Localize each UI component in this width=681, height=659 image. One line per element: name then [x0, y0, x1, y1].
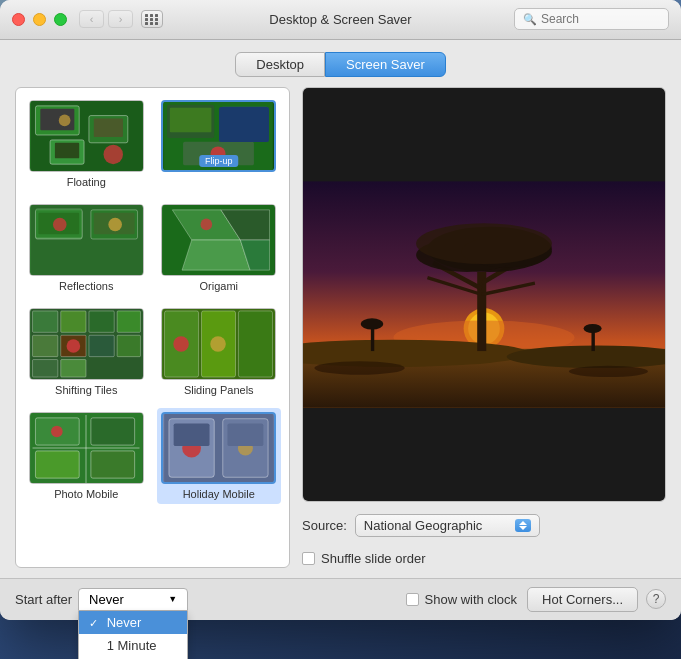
- list-item[interactable]: Photo Mobile: [24, 408, 149, 504]
- shuffle-checkbox[interactable]: [302, 552, 315, 565]
- screensaver-label-photo: Photo Mobile: [54, 488, 118, 500]
- screensaver-thumb-reflections: [29, 204, 144, 276]
- svg-rect-81: [591, 330, 594, 350]
- svg-rect-40: [60, 359, 85, 377]
- tab-desktop[interactable]: Desktop: [235, 52, 325, 77]
- svg-point-46: [174, 336, 190, 352]
- svg-rect-54: [91, 450, 135, 477]
- svg-rect-37: [89, 335, 114, 356]
- svg-rect-12: [221, 106, 268, 139]
- list-item[interactable]: Holiday Mobile: [157, 408, 282, 504]
- main-window: ‹ › Desktop & Screen Saver 🔍 Desktop Scr…: [0, 0, 681, 620]
- svg-rect-35: [32, 335, 57, 356]
- screensaver-thumb-shifting: [29, 308, 144, 380]
- minimize-button[interactable]: [33, 13, 46, 26]
- source-select-value: National Geographic: [364, 518, 483, 533]
- search-box[interactable]: 🔍: [514, 8, 669, 30]
- screensaver-grid: Floating Flip-up: [16, 88, 289, 567]
- svg-rect-38: [117, 335, 140, 356]
- screensaver-label-sliding: Sliding Panels: [184, 384, 254, 396]
- dropdown-option-label: Never: [107, 615, 142, 630]
- svg-marker-27: [182, 240, 250, 270]
- svg-rect-52: [91, 417, 135, 444]
- show-clock-row: Show with clock: [406, 592, 517, 607]
- list-item[interactable]: Shifting Tiles: [24, 304, 149, 400]
- list-item[interactable]: Origami: [157, 200, 282, 296]
- list-item[interactable]: Floating: [24, 96, 149, 192]
- svg-rect-53: [35, 450, 79, 477]
- svg-rect-62: [228, 423, 264, 446]
- svg-rect-61: [174, 423, 210, 446]
- source-row: Source: National Geographic: [302, 512, 666, 539]
- hot-corners-button[interactable]: Hot Corners...: [527, 587, 638, 612]
- chevron-up-icon: [519, 521, 527, 525]
- shuffle-row: Shuffle slide order: [302, 549, 666, 568]
- svg-point-80: [361, 318, 384, 329]
- svg-rect-33: [89, 310, 114, 331]
- svg-rect-39: [32, 359, 57, 377]
- maximize-button[interactable]: [54, 13, 67, 26]
- screensaver-label-floating: Floating: [67, 176, 106, 188]
- traffic-lights: [12, 13, 67, 26]
- svg-point-55: [51, 425, 63, 437]
- screensaver-label-holiday: Holiday Mobile: [183, 488, 255, 500]
- svg-rect-6: [55, 142, 79, 158]
- svg-rect-11: [170, 107, 212, 132]
- preview-area: [302, 87, 666, 502]
- chevron-down-icon: [519, 526, 527, 530]
- source-chevron-icon: [515, 519, 531, 532]
- dropdown-option-never[interactable]: ✓ Never: [79, 611, 187, 634]
- content-area: Floating Flip-up: [0, 87, 681, 578]
- svg-rect-34: [117, 310, 140, 331]
- titlebar: ‹ › Desktop & Screen Saver 🔍: [0, 0, 681, 40]
- search-input[interactable]: [541, 12, 660, 26]
- bottom-bar: Start after Never ▼ ✓ Never 1 Minute 2 M…: [0, 578, 681, 620]
- window-title: Desktop & Screen Saver: [269, 12, 411, 27]
- close-button[interactable]: [12, 13, 25, 26]
- search-icon: 🔍: [523, 13, 537, 26]
- screensaver-thumb-floating: [29, 100, 144, 172]
- forward-button[interactable]: ›: [108, 10, 133, 28]
- screensaver-thumb-holiday: [161, 412, 276, 484]
- svg-rect-79: [371, 326, 374, 351]
- svg-point-83: [314, 361, 405, 375]
- screensaver-thumb-flipup: Flip-up: [161, 100, 276, 172]
- checkmark-icon: ✓: [89, 617, 103, 630]
- list-item[interactable]: Sliding Panels: [157, 304, 282, 400]
- svg-rect-31: [32, 310, 57, 331]
- source-select-dropdown[interactable]: National Geographic: [355, 514, 540, 537]
- help-button[interactable]: ?: [646, 589, 666, 609]
- dropdown-selected-value: Never: [89, 592, 124, 607]
- grid-icon: [145, 14, 159, 25]
- svg-point-7: [103, 144, 122, 163]
- show-clock-label: Show with clock: [425, 592, 517, 607]
- svg-point-47: [210, 336, 226, 352]
- screensaver-label-origami: Origami: [199, 280, 238, 292]
- flipup-badge: Flip-up: [199, 155, 239, 167]
- svg-rect-45: [239, 310, 273, 376]
- nav-buttons: ‹ ›: [79, 10, 133, 28]
- show-clock-checkbox[interactable]: [406, 593, 419, 606]
- start-after-label: Start after: [15, 592, 72, 607]
- svg-point-84: [569, 365, 648, 376]
- dropdown-option-1min[interactable]: 1 Minute: [79, 634, 187, 657]
- svg-point-41: [66, 339, 80, 353]
- svg-point-82: [584, 323, 602, 332]
- dropdown-arrow-icon: ▼: [168, 594, 177, 604]
- dropdown-button[interactable]: Never ▼: [78, 588, 188, 611]
- screensaver-thumb-origami: [161, 204, 276, 276]
- list-item[interactable]: Reflections: [24, 200, 149, 296]
- list-item[interactable]: Flip-up: [157, 96, 282, 192]
- screensaver-label-reflections: Reflections: [59, 280, 113, 292]
- screensaver-thumb-photo: [29, 412, 144, 484]
- back-button[interactable]: ‹: [79, 10, 104, 28]
- right-panel: Source: National Geographic Shuffle slid…: [302, 87, 666, 568]
- svg-rect-32: [60, 310, 85, 331]
- start-after-dropdown[interactable]: Never ▼ ✓ Never 1 Minute 2 Minutes: [78, 588, 188, 611]
- screensaver-label-flipup: [217, 176, 220, 188]
- dropdown-menu: ✓ Never 1 Minute 2 Minutes 5 Minutes: [78, 611, 188, 660]
- tab-screen-saver[interactable]: Screen Saver: [325, 52, 446, 77]
- svg-point-22: [53, 217, 67, 231]
- screensaver-label-shifting: Shifting Tiles: [55, 384, 117, 396]
- grid-view-button[interactable]: [141, 10, 163, 28]
